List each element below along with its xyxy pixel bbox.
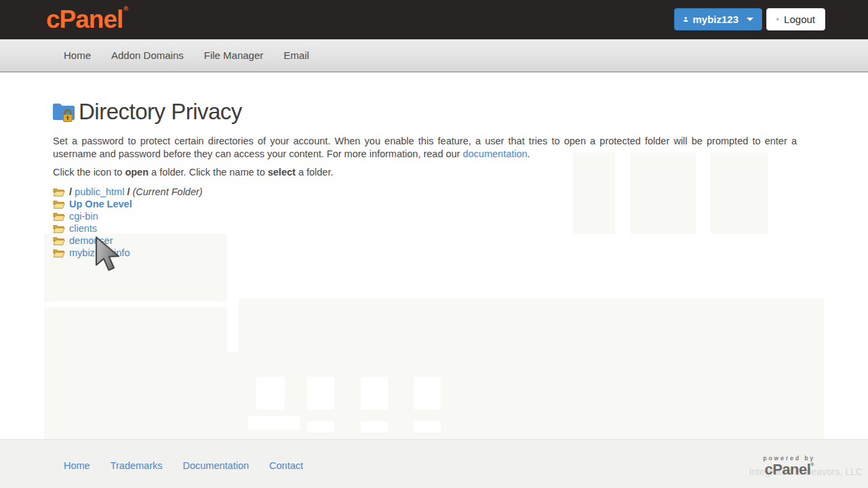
ghost-artifact — [307, 422, 334, 432]
folder-icon[interactable] — [53, 248, 65, 258]
nav-item-addon-domains[interactable]: Addon Domains — [101, 49, 194, 61]
documentation-link[interactable]: documentation — [462, 148, 527, 159]
username-label: mybiz123 — [692, 14, 738, 25]
ghost-artifact — [573, 152, 615, 234]
footer-link-trademarks[interactable]: Trademarks — [100, 460, 173, 471]
page-title: Directory Privacy — [79, 99, 242, 125]
folder-row-cgi-bin: cgi-bin — [53, 210, 203, 222]
cpanel-page: cPanel® mybiz123 Logout Home Addon Doma — [0, 0, 868, 488]
ghost-artifact — [44, 307, 227, 352]
ghost-artifact — [256, 377, 285, 409]
cpanel-footer-logo: cPanel® — [763, 462, 815, 478]
ghost-artifact — [711, 152, 768, 234]
cpanel-logo: cPanel® — [46, 4, 127, 35]
folder-link-mybiz124-info[interactable]: mybiz124.info — [69, 247, 130, 259]
logout-button[interactable]: Logout — [766, 8, 825, 30]
folder-row-current: / public_html / (Current Folder) — [53, 186, 203, 198]
root-slash: / — [69, 186, 75, 198]
top-bar: cPanel® mybiz123 Logout — [0, 0, 868, 39]
main-nav: Home Addon Domains File Manager Email — [0, 39, 868, 73]
cpanel-footer-logo-text: cPanel — [764, 461, 810, 478]
intro-paragraph: Set a password to protect certain direct… — [53, 135, 797, 160]
folder-row-clients: clients — [53, 222, 203, 235]
powered-by-cpanel: powered by cPanel® — [763, 455, 815, 478]
chevron-down-icon — [747, 18, 753, 21]
folder-link-cgi-bin[interactable]: cgi-bin — [69, 210, 98, 222]
registered-mark: ® — [810, 462, 814, 467]
instruction-text: a folder. — [296, 167, 334, 178]
nav-item-email[interactable]: Email — [273, 49, 319, 61]
footer: Integrated Endeavors, LLC Home Trademark… — [0, 439, 868, 488]
ghost-artifact — [239, 298, 824, 352]
instruction-line: Click the icon to open a folder. Click t… — [53, 167, 333, 178]
registered-mark: ® — [123, 5, 127, 12]
intro-period: . — [528, 148, 530, 159]
folder-link-clients[interactable]: clients — [69, 222, 97, 235]
ghost-artifact — [307, 377, 334, 409]
trailing-slash: / — [124, 186, 132, 198]
ghost-artifact — [361, 377, 388, 409]
nav-item-file-manager[interactable]: File Manager — [194, 49, 274, 61]
instruction-text: a folder. Click the name to — [149, 167, 268, 178]
directory-privacy-icon — [52, 100, 76, 123]
logout-label: Logout — [784, 14, 815, 25]
instruction-text: Click the icon to — [53, 167, 125, 178]
folder-icon[interactable] — [53, 236, 65, 246]
ghost-artifact — [631, 152, 696, 234]
folder-icon[interactable] — [53, 187, 65, 197]
instruction-select: select — [268, 167, 296, 178]
folder-link-demouser[interactable]: demouser — [69, 235, 113, 247]
ghost-artifact — [414, 422, 441, 432]
folder-row-mybiz124-info: mybiz124.info — [53, 247, 203, 259]
footer-link-documentation[interactable]: Documentation — [173, 460, 260, 471]
ghost-artifact — [361, 422, 388, 432]
logout-icon — [776, 14, 779, 24]
folder-list: / public_html / (Current Folder) Up One … — [53, 186, 203, 259]
folder-icon[interactable] — [53, 199, 65, 209]
footer-link-home[interactable]: Home — [54, 460, 100, 471]
user-dropdown-button[interactable]: mybiz123 — [674, 8, 762, 30]
folder-icon[interactable] — [53, 224, 65, 234]
folder-row-up-one-level: Up One Level — [53, 198, 203, 210]
current-folder-note: (Current Folder) — [133, 186, 203, 198]
folder-icon[interactable] — [53, 211, 65, 222]
footer-link-contact[interactable]: Contact — [259, 460, 313, 471]
user-icon — [683, 14, 688, 24]
ghost-artifact — [414, 377, 441, 409]
folder-row-demouser: demouser — [53, 235, 203, 247]
nav-item-home[interactable]: Home — [54, 49, 101, 61]
folder-link-up-one-level[interactable]: Up One Level — [69, 198, 132, 210]
instruction-open: open — [125, 167, 149, 178]
cpanel-logo-text: cPanel — [46, 5, 123, 33]
footer-links: Home Trademarks Documentation Contact — [54, 460, 313, 471]
folder-link-public-html[interactable]: public_html — [75, 186, 124, 198]
intro-text: Set a password to protect certain direct… — [53, 136, 797, 159]
ghost-artifact — [248, 416, 300, 430]
